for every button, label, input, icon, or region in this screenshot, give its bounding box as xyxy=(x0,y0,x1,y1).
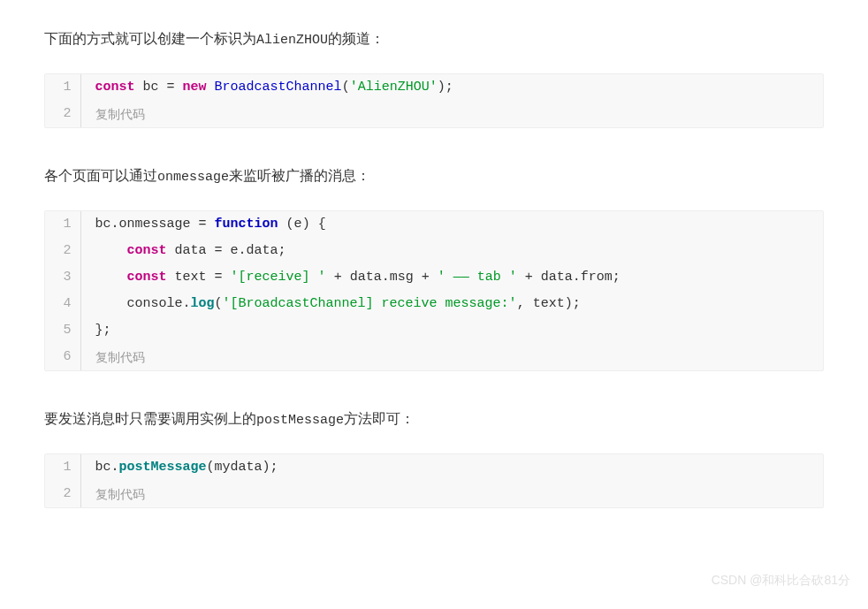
code-token: ); xyxy=(263,460,278,475)
line-number: 5 xyxy=(45,317,80,344)
code-token: mydata xyxy=(215,460,263,475)
code-block-1: 1const bc = new BroadcastChannel('AlienZ… xyxy=(44,73,824,128)
code-token: }; xyxy=(95,323,111,338)
code-table-2: 1bc.onmessage = function (e) {2 const da… xyxy=(45,211,823,370)
code-token: data.from; xyxy=(533,270,621,285)
code-token: postMessage xyxy=(119,460,207,475)
line-number: 4 xyxy=(45,291,80,317)
code-token: log xyxy=(191,296,215,311)
code-token xyxy=(175,80,183,95)
code-token: const xyxy=(95,80,135,95)
paragraph-2: 各个页面可以通过onmessage来监听被广播的消息： xyxy=(44,164,824,189)
code-token: = xyxy=(215,270,223,285)
code-tbody-3: 1bc.postMessage(mydata);2复制代码 xyxy=(45,454,823,507)
code-token: bc xyxy=(135,80,167,95)
code-token: = xyxy=(215,243,223,258)
code-token: = xyxy=(167,80,175,95)
code-tbody-1: 1const bc = new BroadcastChannel('AlienZ… xyxy=(45,74,823,127)
para2-inline-code: onmessage xyxy=(157,170,229,185)
code-token: ' —— tab ' xyxy=(438,270,517,285)
paragraph-3: 要发送消息时只需要调用实例上的postMessage方法即可： xyxy=(44,407,824,432)
code-token: + xyxy=(334,270,342,285)
code-content[interactable]: bc.postMessage(mydata); xyxy=(80,454,823,481)
line-number: 1 xyxy=(45,74,80,101)
line-number: 6 xyxy=(45,344,80,370)
line-number: 1 xyxy=(45,211,80,238)
para1-inline-code: AlienZHOU xyxy=(256,33,328,48)
copy-code-button[interactable]: 复制代码 xyxy=(80,344,823,370)
code-table-3: 1bc.postMessage(mydata);2复制代码 xyxy=(45,454,823,507)
code-row: 1bc.postMessage(mydata); xyxy=(45,454,823,481)
code-token: ( xyxy=(215,296,223,311)
code-token xyxy=(326,270,334,285)
code-token: data.msg xyxy=(342,270,422,285)
code-token: new xyxy=(183,80,207,95)
code-content[interactable]: const data = e.data; xyxy=(80,238,823,264)
para2-pre: 各个页面可以通过 xyxy=(44,168,157,183)
line-number: 1 xyxy=(45,454,80,481)
code-token xyxy=(207,80,215,95)
code-token: bc.onmessage xyxy=(95,217,199,232)
code-content[interactable]: const text = '[receive] ' + data.msg + '… xyxy=(80,264,823,291)
line-number: 2 xyxy=(45,238,80,264)
code-token xyxy=(310,217,318,232)
para3-pre: 要发送消息时只需要调用实例上的 xyxy=(44,411,256,426)
code-row: 1const bc = new BroadcastChannel('AlienZ… xyxy=(45,74,823,101)
code-token: 'AlienZHOU' xyxy=(350,80,438,95)
code-content[interactable]: bc.onmessage = function (e) { xyxy=(80,211,823,238)
code-token xyxy=(207,217,215,232)
code-token: '[BroadcastChannel] receive message:' xyxy=(223,296,517,311)
code-token: + xyxy=(525,270,533,285)
line-number: 2 xyxy=(45,101,80,127)
code-row: 5}; xyxy=(45,317,823,344)
code-row: 1bc.onmessage = function (e) { xyxy=(45,211,823,238)
line-number: 2 xyxy=(45,481,80,507)
paragraph-1: 下面的方式就可以创建一个标识为AlienZHOU的频道： xyxy=(44,27,824,52)
copy-code-button[interactable]: 复制代码 xyxy=(80,481,823,507)
code-token: , xyxy=(517,296,525,311)
code-token: ); xyxy=(438,80,453,95)
code-token: ( xyxy=(342,80,350,95)
code-token: e xyxy=(294,217,302,232)
code-token xyxy=(517,270,525,285)
para2-post: 来监听被广播的消息： xyxy=(229,168,370,183)
code-token: { xyxy=(318,217,326,232)
para1-pre: 下面的方式就可以创建一个标识为 xyxy=(44,31,256,46)
code-token: ( xyxy=(207,460,215,475)
watermark: CSDN @和科比合砍81分 xyxy=(712,569,850,570)
para3-inline-code: postMessage xyxy=(256,413,344,428)
code-row: 2 const data = e.data; xyxy=(45,238,823,264)
code-content[interactable]: }; xyxy=(80,317,823,344)
code-token: ); xyxy=(565,296,581,311)
code-token: data xyxy=(167,243,215,258)
code-token: const xyxy=(127,270,167,285)
code-token: BroadcastChannel xyxy=(215,80,342,95)
copy-code-button[interactable]: 复制代码 xyxy=(80,101,823,127)
code-token: e.data; xyxy=(223,243,286,258)
code-token: text xyxy=(167,270,215,285)
code-token: = xyxy=(199,217,207,232)
code-token: '[receive] ' xyxy=(231,270,326,285)
code-block-2: 1bc.onmessage = function (e) {2 const da… xyxy=(44,210,824,371)
line-number: 3 xyxy=(45,264,80,291)
code-token: text xyxy=(525,296,565,311)
code-token: bc. xyxy=(95,460,119,475)
code-token: ) xyxy=(302,217,310,232)
code-token: + xyxy=(422,270,430,285)
copy-row: 2复制代码 xyxy=(45,481,823,507)
copy-row: 2复制代码 xyxy=(45,101,823,127)
code-token: function xyxy=(215,217,278,232)
code-token xyxy=(95,270,127,285)
code-token xyxy=(278,217,286,232)
code-token xyxy=(95,243,127,258)
code-table-1: 1const bc = new BroadcastChannel('AlienZ… xyxy=(45,74,823,127)
code-token xyxy=(430,270,438,285)
code-row: 3 const text = '[receive] ' + data.msg +… xyxy=(45,264,823,291)
code-content[interactable]: console.log('[BroadcastChannel] receive … xyxy=(80,291,823,317)
copy-row: 6复制代码 xyxy=(45,344,823,370)
code-token: const xyxy=(127,243,167,258)
para3-post: 方法即可： xyxy=(344,411,415,426)
code-token: console. xyxy=(95,296,191,311)
code-tbody-2: 1bc.onmessage = function (e) {2 const da… xyxy=(45,211,823,370)
code-content[interactable]: const bc = new BroadcastChannel('AlienZH… xyxy=(80,74,823,101)
